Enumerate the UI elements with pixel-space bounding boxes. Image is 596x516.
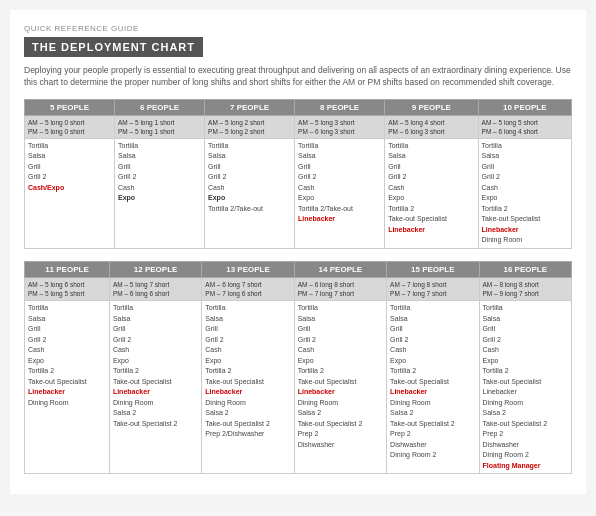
roles-6: TortillaSalsaGrillGrill 2Cash Expo <box>115 138 205 248</box>
roles-16: TortillaSalsaGrillGrill 2Cash ExpoTortil… <box>479 301 571 474</box>
shift-8: AM – 5 long 3 short PM – 6 long 3 short <box>295 115 385 138</box>
bottom-table: 11 PEOPLE 12 PEOPLE 13 PEOPLE 14 PEOPLE … <box>24 261 572 474</box>
shift-7: AM – 5 long 2 short PM – 5 long 2 short <box>205 115 295 138</box>
shift-9: AM – 5 long 4 short PM – 6 long 3 short <box>385 115 478 138</box>
roles-7: TortillaSalsaGrillGrill 2Cash Expo Torti… <box>205 138 295 248</box>
col-header-10: 10 PEOPLE <box>478 99 571 115</box>
top-table: 5 PEOPLE 6 PEOPLE 7 PEOPLE 8 PEOPLE 9 PE… <box>24 99 572 249</box>
shift-16: AM – 8 long 8 short PM – 9 long 7 short <box>479 277 571 300</box>
description-text: Deploying your people properly is essent… <box>24 65 572 89</box>
roles-10: TortillaSalsaGrillGrill 2Cash ExpoTortil… <box>478 138 571 248</box>
col-header-16: 16 PEOPLE <box>479 261 571 277</box>
shift-5: AM – 5 long 0 short PM – 5 long 0 short <box>25 115 115 138</box>
roles-11: TortillaSalsaGrillGrill 2Cash ExpoTortil… <box>25 301 110 474</box>
shift-row-top: AM – 5 long 0 short PM – 5 long 0 short … <box>25 115 572 138</box>
top-chart-section: 5 PEOPLE 6 PEOPLE 7 PEOPLE 8 PEOPLE 9 PE… <box>24 99 572 249</box>
shift-12: AM – 5 long 7 short PM – 6 long 6 short <box>109 277 201 300</box>
roles-row-bottom: TortillaSalsaGrillGrill 2Cash ExpoTortil… <box>25 301 572 474</box>
page-title: THE DEPLOYMENT CHART <box>24 37 203 57</box>
col-header-11: 11 PEOPLE <box>25 261 110 277</box>
roles-13: TortillaSalsaGrillGrill 2Cash ExpoTortil… <box>202 301 294 474</box>
col-header-9: 9 PEOPLE <box>385 99 478 115</box>
shift-6: AM – 5 long 1 short PM – 5 long 1 short <box>115 115 205 138</box>
shift-row-bottom: AM – 5 long 6 short PM – 5 long 5 short … <box>25 277 572 300</box>
bottom-chart-section: 11 PEOPLE 12 PEOPLE 13 PEOPLE 14 PEOPLE … <box>24 261 572 474</box>
shift-14: AM – 6 long 8 short PM – 7 long 7 short <box>294 277 386 300</box>
roles-15: TortillaSalsaGrillGrill 2Cash ExpoTortil… <box>387 301 479 474</box>
roles-row-top: TortillaSalsaGrillGrill 2 Cash/Expo Tort… <box>25 138 572 248</box>
roles-9: TortillaSalsaGrillGrill 2Cash ExpoTortil… <box>385 138 478 248</box>
roles-5: TortillaSalsaGrillGrill 2 Cash/Expo <box>25 138 115 248</box>
col-header-15: 15 PEOPLE <box>387 261 479 277</box>
col-header-13: 13 PEOPLE <box>202 261 294 277</box>
col-header-8: 8 PEOPLE <box>295 99 385 115</box>
shift-10: AM – 5 long 5 short PM – 6 long 4 short <box>478 115 571 138</box>
col-header-14: 14 PEOPLE <box>294 261 386 277</box>
col-header-7: 7 PEOPLE <box>205 99 295 115</box>
shift-15: AM – 7 long 8 short PM – 7 long 7 short <box>387 277 479 300</box>
quick-ref-label: QUICK REFERENCE GUIDE <box>24 24 572 33</box>
col-header-5: 5 PEOPLE <box>25 99 115 115</box>
roles-8: TortillaSalsaGrillGrill 2Cash ExpoTortil… <box>295 138 385 248</box>
roles-14: TortillaSalsaGrillGrill 2Cash ExpoTortil… <box>294 301 386 474</box>
shift-11: AM – 5 long 6 short PM – 5 long 5 short <box>25 277 110 300</box>
col-header-12: 12 PEOPLE <box>109 261 201 277</box>
shift-13: AM – 6 long 7 short PM – 7 long 6 short <box>202 277 294 300</box>
roles-12: TortillaSalsaGrillGrill 2Cash ExpoTortil… <box>109 301 201 474</box>
col-header-6: 6 PEOPLE <box>115 99 205 115</box>
page-container: QUICK REFERENCE GUIDE THE DEPLOYMENT CHA… <box>10 10 586 494</box>
